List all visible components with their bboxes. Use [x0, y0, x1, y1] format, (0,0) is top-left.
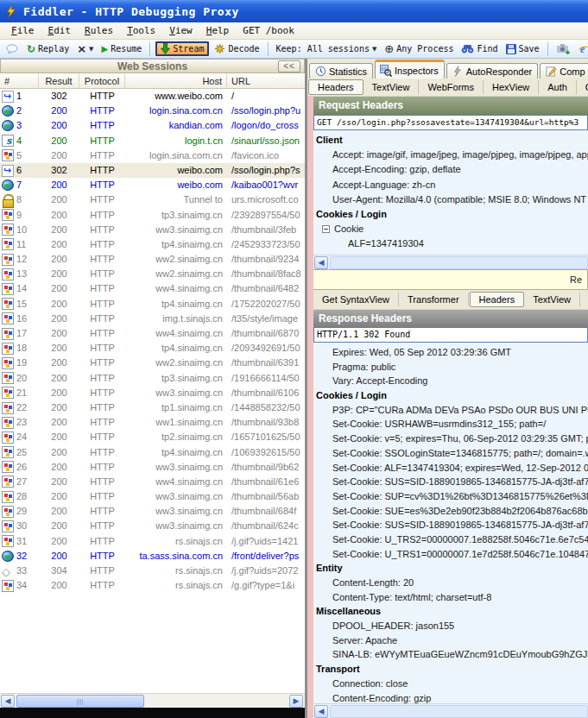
table-row[interactable]: 33304HTTPrs.sinajs.cn/j.gif?uids=2072 — [0, 564, 305, 578]
encoding-notice-text: Re — [570, 274, 582, 285]
table-row[interactable]: 18200HTTPtp4.sinaimg.cn/2093492691/50 — [0, 341, 305, 356]
find-button[interactable]: Find — [458, 43, 500, 54]
tab-auth[interactable]: Auth — [539, 80, 577, 94]
tab-imageview[interactable]: Im — [580, 293, 588, 306]
scroll-thumb[interactable] — [16, 695, 144, 708]
table-row[interactable]: 19200HTTPww2.sinaimg.cn/thumbnail/6391 — [0, 356, 305, 370]
keep-sessions-dropdown[interactable]: Keep: All sessions ▼ — [274, 43, 380, 54]
table-row[interactable]: 8200HTTPTunnel tours.microsoft.co — [0, 192, 305, 207]
session-url-cell: /2392897554/50 — [227, 208, 305, 223]
menu-view[interactable]: View — [163, 23, 199, 38]
header-section-title: Client — [313, 133, 588, 148]
comment-button[interactable] — [3, 43, 22, 55]
table-row[interactable]: 25200HTTPtp4.sinaimg.cn/1069392615/50 — [0, 445, 305, 460]
table-row[interactable]: 9200HTTPtp3.sinaimg.cn/2392897554/50 — [0, 208, 305, 223]
tab-statistics[interactable]: Statistics — [309, 63, 373, 79]
session-id-cell: 1 — [0, 89, 39, 104]
menu-help[interactable]: Help — [200, 23, 236, 38]
tab-composer[interactable]: Comp — [540, 63, 588, 79]
table-row[interactable]: 32200HTTPta.sass.sina.com.cn/front/deliv… — [0, 549, 305, 564]
table-row[interactable]: 6302HTTPweibo.com/sso/login.php?s — [0, 163, 305, 178]
tab-inspectors[interactable]: Inspectors — [375, 60, 445, 79]
table-row[interactable]: 11200HTTPtp4.sinaimg.cn/2452933723/50 — [0, 237, 305, 252]
stream-button[interactable]: Stream — [155, 41, 209, 56]
menu-edit[interactable]: Edit — [42, 23, 78, 38]
table-row[interactable]: 1302HTTPwww.weibo.com/ — [0, 89, 305, 104]
save-button[interactable]: Save — [503, 43, 542, 55]
scroll-track[interactable] — [330, 256, 588, 269]
table-row[interactable]: 14200HTTPww4.sinaimg.cn/thumbnail/6482 — [0, 281, 305, 296]
column-header-protocol[interactable]: Protocol — [79, 73, 125, 88]
table-row[interactable]: 24200HTTPtp2.sinaimg.cn/1657101625/50 — [0, 430, 305, 444]
table-row[interactable]: 28200HTTPww3.sinaimg.cn/thumbnail/56ab — [0, 489, 305, 504]
tab-textview[interactable]: TextView — [364, 80, 420, 94]
delete-button[interactable]: × ▼ — [74, 44, 96, 54]
tab-webforms[interactable]: WebForms — [419, 80, 484, 94]
scroll-left-arrow[interactable]: ◀ — [314, 705, 328, 718]
table-row[interactable]: 30200HTTPww3.sinaimg.cn/thumbnail/624c — [0, 519, 305, 533]
table-row[interactable]: 29200HTTPww3.sinaimg.cn/thumbnail/684f — [0, 504, 305, 519]
table-row[interactable]: 10200HTTPww3.sinaimg.cn/thumbnail/3feb — [0, 223, 305, 237]
tab-response-textview[interactable]: TextView — [524, 293, 580, 306]
table-row[interactable]: 2200HTTPlogin.sina.com.cn/sso/login.php?… — [0, 104, 305, 118]
table-row[interactable]: 23200HTTPww1.sinaimg.cn/thumbnail/93b8 — [0, 415, 305, 430]
menu-get-book[interactable]: GET /book — [237, 23, 300, 38]
tab-transformer[interactable]: Transformer — [399, 293, 469, 306]
table-row[interactable]: 16200HTTPimg.t.sinajs.cn/t35/style/image — [0, 312, 305, 326]
scroll-track[interactable] — [330, 705, 588, 718]
image-icon — [2, 238, 14, 250]
scroll-right-arrow[interactable]: ▶ — [289, 695, 303, 708]
replay-button[interactable]: ↻ Replay — [24, 42, 72, 56]
menu-file[interactable]: File — [5, 23, 41, 38]
collapse-expander-icon[interactable] — [322, 225, 330, 233]
menu-bar: File Edit Rules Tools View Help GET /boo… — [0, 22, 588, 40]
tab-clipped[interactable]: C — [577, 80, 588, 94]
header-line: Expires: Wed, 05 Sep 2012 03:29:36 GMT — [313, 345, 588, 360]
tab-response-headers[interactable]: Headers — [470, 292, 525, 307]
screenshot-button[interactable] — [553, 42, 573, 56]
tab-headers[interactable]: Headers — [308, 79, 364, 95]
table-row[interactable]: 22200HTTPtp1.sinaimg.cn/1448858232/50 — [0, 400, 305, 415]
column-header-host[interactable]: Host — [125, 73, 227, 88]
tab-autoresponder[interactable]: AutoResponder — [446, 63, 538, 79]
table-row[interactable]: 27200HTTPww4.sinaimg.cn/thumbnail/61e6 — [0, 475, 305, 489]
collapse-panel-button[interactable]: << — [278, 60, 300, 72]
table-row[interactable]: 31200HTTPrs.sinajs.cn/j.gif?uids=1421 — [0, 534, 305, 549]
session-protocol-cell: HTTP — [79, 134, 125, 148]
table-row[interactable]: 3200HTTPkandian.com/logon/do_cross — [0, 118, 305, 133]
encoding-notice-bar[interactable]: Re — [313, 269, 588, 290]
table-row[interactable]: 7200HTTPweibo.com/kaibao001?wvr — [0, 178, 305, 192]
image-icon — [2, 387, 14, 399]
table-row[interactable]: 21200HTTPww3.sinaimg.cn/thumbnail/6106 — [0, 386, 305, 400]
menu-rules[interactable]: Rules — [79, 23, 119, 38]
resume-button[interactable]: ▶ Resume — [98, 43, 144, 54]
any-process-button[interactable]: ⊕ Any Process — [382, 41, 456, 56]
session-number: 6 — [16, 163, 22, 178]
table-row[interactable]: 13200HTTPww2.sinaimg.cn/thumbnail/8fac8 — [0, 267, 305, 281]
column-header-url[interactable]: URL — [227, 73, 305, 88]
browse-button[interactable]: e Br — [576, 42, 588, 56]
header-line: Set-Cookie: SSOLoginState=1346815775; pa… — [313, 446, 588, 461]
scroll-left-arrow[interactable]: ◀ — [1, 695, 15, 708]
session-id-cell: 26 — [0, 460, 39, 475]
session-protocol-cell: HTTP — [79, 178, 125, 192]
request-headers-bar: Request Headers — [313, 97, 588, 115]
menu-tools[interactable]: Tools — [121, 23, 161, 38]
scroll-left-arrow[interactable]: ◀ — [314, 256, 328, 269]
session-protocol-cell: HTTP — [79, 297, 125, 312]
table-row[interactable]: 12200HTTPww2.sinaimg.cn/thumbnail/9234 — [0, 252, 305, 267]
tab-hexview[interactable]: HexView — [484, 80, 539, 94]
session-id-cell: 10 — [0, 223, 39, 237]
table-row[interactable]: 17200HTTPww4.sinaimg.cn/thumbnail/6870 — [0, 326, 305, 341]
decode-button[interactable]: Decode — [212, 42, 262, 55]
table-row[interactable]: 5200HTTPlogin.sina.com.cn/favicon.ico — [0, 148, 305, 163]
table-row[interactable]: 4200HTTPlogin.t.cn/sinaurl/sso.json — [0, 134, 305, 148]
column-header-result[interactable]: Result — [39, 73, 79, 88]
session-host-cell: ww4.sinaimg.cn — [125, 475, 227, 489]
table-row[interactable]: 34200HTTPrs.sinajs.cn/g.gif?type=1&i — [0, 578, 305, 593]
column-header-number[interactable]: # — [0, 73, 39, 88]
table-row[interactable]: 15200HTTPtp4.sinaimg.cn/1752202027/50 — [0, 297, 305, 312]
tab-get-syntaxview[interactable]: Get SyntaxView — [313, 293, 399, 306]
table-row[interactable]: 20200HTTPtp3.sinaimg.cn/1916666114/50 — [0, 371, 305, 386]
table-row[interactable]: 26200HTTPww3.sinaimg.cn/thumbnail/9b62 — [0, 460, 305, 475]
